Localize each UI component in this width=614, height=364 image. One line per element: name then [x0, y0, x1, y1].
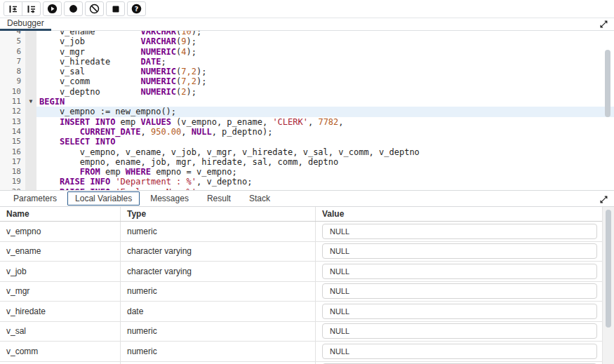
table-row[interactable]: v_empnonumeric	[0, 222, 614, 242]
help-button[interactable]: ?	[127, 1, 146, 16]
line-number[interactable]: 17	[0, 157, 25, 167]
svg-text:?: ?	[135, 5, 139, 13]
line-number[interactable]: 9	[0, 76, 25, 86]
step-button-group	[4, 1, 41, 16]
fold-gutter	[25, 57, 36, 67]
line-number[interactable]: 12	[0, 107, 25, 116]
fold-gutter	[25, 137, 36, 147]
line-number[interactable]: 19	[0, 177, 25, 187]
code-editor[interactable]: 4 v_ename VARCHAR(10);5 v_job VARCHAR(9)…	[0, 31, 614, 190]
table-scrollbar-track[interactable]	[602, 207, 614, 364]
tab-messages[interactable]: Messages	[142, 191, 196, 205]
tab-local-variables[interactable]: Local Variables	[67, 191, 140, 205]
editor-vertical-scrollbar[interactable]	[605, 50, 610, 117]
value-input[interactable]	[322, 304, 597, 319]
variable-name-cell: v_ename	[0, 242, 121, 262]
code-text: BEGIN	[36, 97, 614, 107]
line-number[interactable]: 6	[0, 47, 25, 57]
toggle-breakpoint-button[interactable]	[64, 1, 83, 16]
line-number[interactable]: 4	[0, 31, 25, 36]
table-body: v_empnonumericv_enamecharacter varyingv_…	[0, 222, 614, 364]
local-variables-table: Name Type Value v_empnonumericv_enamecha…	[0, 207, 614, 364]
stop-button[interactable]	[106, 1, 125, 16]
code-line-19[interactable]: 19 RAISE INFO 'Department : %', v_deptno…	[0, 177, 614, 187]
line-number[interactable]: 8	[0, 67, 25, 76]
expand-editor-icon[interactable]	[599, 19, 608, 29]
fold-gutter	[25, 67, 36, 76]
step-over-icon	[27, 4, 36, 14]
tab-stack[interactable]: Stack	[241, 191, 278, 205]
code-text: v_sal NUMERIC(7,2);	[36, 67, 614, 76]
line-number[interactable]: 18	[0, 167, 25, 177]
code-line-7[interactable]: 7 v_hiredate DATE;	[0, 57, 614, 67]
code-line-10[interactable]: 10 v_deptno NUMERIC(2);	[0, 87, 614, 97]
tab-result[interactable]: Result	[199, 191, 239, 205]
line-number[interactable]: 10	[0, 87, 25, 97]
variable-value-cell	[316, 342, 614, 361]
tab-debugger[interactable]: Debugger	[0, 18, 51, 30]
code-line-5[interactable]: 5 v_job VARCHAR(9);	[0, 36, 614, 46]
line-number[interactable]: 14	[0, 127, 25, 137]
value-input[interactable]	[322, 264, 597, 279]
line-number[interactable]: 11	[0, 97, 25, 107]
expand-results-icon[interactable]	[599, 194, 608, 204]
panel-tab-bar: Debugger	[0, 18, 614, 31]
table-vertical-scrollbar[interactable]	[606, 210, 611, 328]
tab-parameters[interactable]: Parameters	[6, 191, 65, 205]
code-line-17[interactable]: 17 empno, ename, job, mgr, hiredate, sal…	[0, 157, 614, 167]
variable-value-cell	[316, 362, 614, 364]
line-number[interactable]: 15	[0, 137, 25, 147]
code-line-16[interactable]: 16 v_empno, v_ename, v_job, v_mgr, v_hir…	[0, 147, 614, 157]
table-row[interactable]: v_salnumeric	[0, 322, 614, 342]
step-into-button[interactable]	[4, 1, 22, 16]
stop-icon	[112, 6, 119, 13]
value-input[interactable]	[322, 224, 597, 239]
code-line-9[interactable]: 9 v_comm NUMERIC(7,2);	[0, 76, 614, 86]
value-input[interactable]	[322, 344, 597, 359]
code-line-8[interactable]: 8 v_sal NUMERIC(7,2);	[0, 67, 614, 76]
code-text: empno, ename, job, mgr, hiredate, sal, c…	[36, 157, 614, 167]
line-number[interactable]: 13	[0, 117, 25, 127]
code-text: v_hiredate DATE;	[36, 57, 614, 67]
code-text: FROM emp WHERE empno = v_empno;	[36, 167, 614, 177]
code-text: RAISE INFO 'Department : %', v_deptno;	[36, 177, 614, 187]
table-row[interactable]: v_jobcharacter varying	[0, 262, 614, 282]
line-number[interactable]: 5	[0, 36, 25, 46]
code-line-18[interactable]: 18 FROM emp WHERE empno = v_empno;	[0, 167, 614, 177]
code-text: v_empno := new_empno();	[36, 107, 614, 116]
variable-type-cell: character varying	[121, 242, 316, 262]
table-row[interactable]: v_hiredatedate	[0, 302, 614, 322]
code-lines: 4 v_ename VARCHAR(10);5 v_job VARCHAR(9)…	[0, 31, 614, 190]
code-line-14[interactable]: 14 CURRENT_DATE, 950.00, NULL, p_deptno)…	[0, 127, 614, 137]
code-line-4[interactable]: 4 v_ename VARCHAR(10);	[0, 31, 614, 36]
code-line-13[interactable]: 13 INSERT INTO emp VALUES (v_empno, p_en…	[0, 117, 614, 127]
column-header-name: Name	[0, 207, 121, 221]
line-number[interactable]: 7	[0, 57, 25, 67]
table-row[interactable]: v_enamecharacter varying	[0, 242, 614, 262]
code-line-6[interactable]: 6 v_mgr NUMERIC(4);	[0, 47, 614, 57]
table-row[interactable]: v_mgrnumeric	[0, 282, 614, 302]
code-line-11[interactable]: 11▼BEGIN	[0, 97, 614, 107]
value-input[interactable]	[322, 283, 597, 299]
table-header-row: Name Type Value	[0, 207, 614, 222]
fold-marker-icon[interactable]: ▼	[25, 97, 36, 107]
value-input[interactable]	[322, 243, 597, 259]
code-line-15[interactable]: 15 SELECT INTO	[0, 137, 614, 147]
help-icon: ?	[131, 4, 142, 14]
clear-all-breakpoints-button[interactable]	[85, 1, 104, 16]
variable-name-cell: v_empno	[0, 222, 121, 241]
variable-value-cell	[316, 242, 614, 262]
column-header-value: Value	[316, 207, 614, 221]
step-over-button[interactable]	[22, 1, 41, 16]
value-input[interactable]	[322, 323, 597, 339]
table-row[interactable]: v_deptnonumeric	[0, 362, 614, 364]
variable-type-cell: date	[121, 302, 316, 321]
code-line-12[interactable]: 12 v_empno := new_empno();	[0, 107, 614, 116]
line-number[interactable]: 16	[0, 147, 25, 157]
fold-gutter	[25, 177, 36, 187]
fold-gutter	[25, 76, 36, 86]
code-text: CURRENT_DATE, 950.00, NULL, p_deptno);	[36, 127, 614, 137]
table-row[interactable]: v_commnumeric	[0, 342, 614, 362]
continue-button[interactable]	[43, 1, 62, 16]
results-tab-bar: ParametersLocal VariablesMessagesResultS…	[0, 190, 614, 207]
